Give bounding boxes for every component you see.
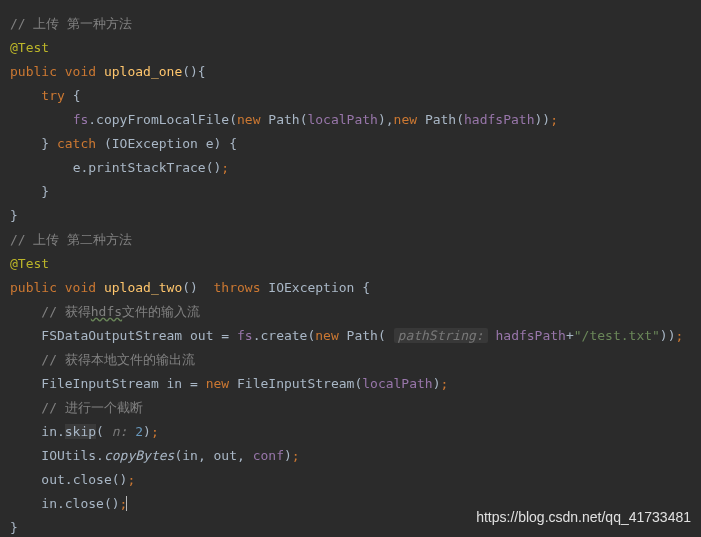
- watermark: https://blog.csdn.net/qq_41733481: [476, 505, 691, 529]
- call-copyFromLocalFile: copyFromLocalFile: [96, 112, 229, 127]
- comment-line: // 上传 第一种方法: [10, 16, 132, 31]
- method-upload-two: upload_two: [104, 280, 182, 295]
- field-localPath: localPath: [307, 112, 377, 127]
- kw-void: void: [65, 280, 96, 295]
- var-in: in: [167, 376, 183, 391]
- kw-throws: throws: [214, 280, 261, 295]
- var-out: out: [190, 328, 213, 343]
- field-localPath: localPath: [362, 376, 432, 391]
- wavy-hdfs: hdfs: [91, 304, 122, 319]
- annotation-test: @Test: [10, 40, 49, 55]
- class-ioexception: IOException: [112, 136, 198, 151]
- comment-line: // 获得本地文件的输出流: [41, 352, 194, 367]
- class-fsdataoutputstream: FSDataOutputStream: [41, 328, 182, 343]
- method-upload-one: upload_one: [104, 64, 182, 79]
- class-ioutils: IOUtils: [41, 448, 96, 463]
- kw-void: void: [65, 64, 96, 79]
- code-block: // 上传 第一种方法 @Test public void upload_one…: [0, 0, 701, 537]
- field-fs: fs: [73, 112, 89, 127]
- comment-line: // 进行一个截断: [41, 400, 142, 415]
- comment-line: // 上传 第二种方法: [10, 232, 132, 247]
- field-conf: conf: [253, 448, 284, 463]
- var-out: out: [41, 472, 64, 487]
- call-printStackTrace: printStackTrace: [88, 160, 205, 175]
- var-in: in: [41, 496, 57, 511]
- param-hint-n: n:: [112, 424, 128, 439]
- kw-new: new: [206, 376, 229, 391]
- field-hadfsPath: hadfsPath: [464, 112, 534, 127]
- annotation-test: @Test: [10, 256, 49, 271]
- class-path: Path: [268, 112, 299, 127]
- field-fs: fs: [237, 328, 253, 343]
- kw-public: public: [10, 280, 57, 295]
- kw-new: new: [237, 112, 260, 127]
- class-fileinputstream: FileInputStream: [237, 376, 354, 391]
- field-hadfsPath: hadfsPath: [495, 328, 565, 343]
- call-skip: skip: [65, 424, 96, 439]
- param-hint-pathstring: pathString:: [394, 328, 488, 343]
- kw-new: new: [394, 112, 417, 127]
- call-close: close: [65, 496, 104, 511]
- var-in: in: [41, 424, 57, 439]
- call-copyBytes: copyBytes: [104, 448, 174, 463]
- class-ioexception: IOException: [268, 280, 354, 295]
- var-e: e: [206, 136, 214, 151]
- kw-new: new: [315, 328, 338, 343]
- class-path: Path: [425, 112, 456, 127]
- string-test: "/test.txt": [574, 328, 660, 343]
- class-path: Path: [347, 328, 378, 343]
- kw-public: public: [10, 64, 57, 79]
- call-create: create: [260, 328, 307, 343]
- kw-catch: catch: [57, 136, 96, 151]
- var-out: out: [214, 448, 237, 463]
- var-in: in: [182, 448, 198, 463]
- class-fileinputstream: FileInputStream: [41, 376, 158, 391]
- kw-try: try: [41, 88, 64, 103]
- num-2: 2: [135, 424, 143, 439]
- text-caret: [126, 496, 135, 511]
- call-close: close: [73, 472, 112, 487]
- comment-line: // 获得hdfs文件的输入流: [41, 304, 200, 319]
